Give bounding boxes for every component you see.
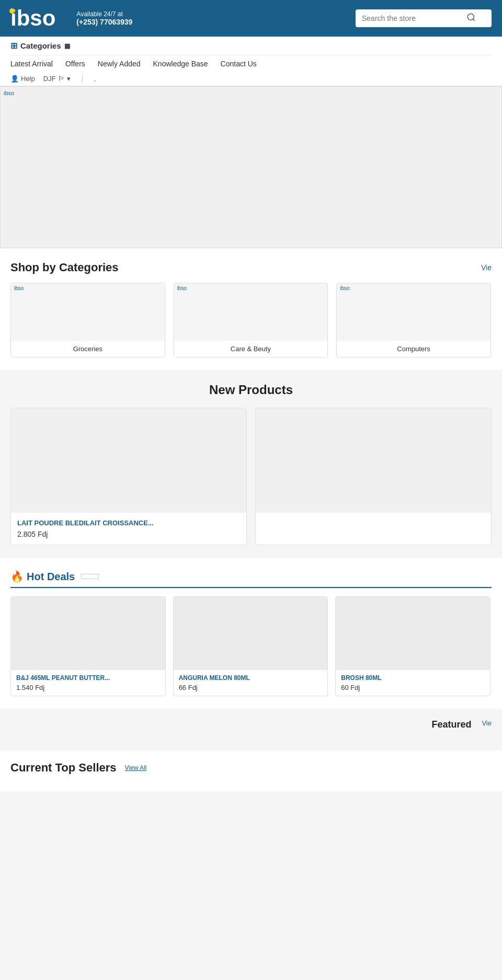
featured-view-all[interactable]: Vie xyxy=(482,719,492,727)
contact-info: Available 24/7 at (+253) 77063939 xyxy=(76,10,132,26)
top-sellers-section: Current Top Sellers View All xyxy=(0,751,502,791)
deal-info-0: B&J 465ML PEANUT BUTTER... 1.540 Fdj xyxy=(11,670,165,696)
search-bar[interactable] xyxy=(356,9,492,27)
nav-latest-arrival[interactable]: Latest Arrival xyxy=(10,60,53,68)
featured-label: Featured xyxy=(431,719,471,730)
shop-categories-section: Shop by Categories Vie ibso Groceries ib… xyxy=(0,248,502,370)
product-name-0: LAIT POUDRE BLEDILAIT CROISSANCE... xyxy=(17,519,240,527)
products-scroll: LAIT POUDRE BLEDILAIT CROISSANCE... 2.80… xyxy=(10,408,492,545)
header-right xyxy=(356,9,492,27)
hot-deals-section: 🔥 Hot Deals B&J 465ML PEANUT BUTTER... 1… xyxy=(0,558,502,709)
category-card-care-beauty[interactable]: ibso Care & Beuty xyxy=(174,283,328,358)
nav-contact-us[interactable]: Contact Us xyxy=(221,60,257,68)
person-icon: 👤 xyxy=(10,75,19,83)
categories-grid: ibso Groceries ibso Care & Beuty ibso Co… xyxy=(10,283,492,358)
featured-section: Featured Vie xyxy=(0,709,502,751)
logo[interactable]: ibso xyxy=(10,7,55,29)
fire-icon: 🔥 xyxy=(10,570,24,583)
product-info-0: LAIT POUDRE BLEDILAIT CROISSANCE... 2.80… xyxy=(11,513,246,545)
hero-banner: ibso xyxy=(0,86,502,248)
hot-deals-tab[interactable] xyxy=(81,574,99,579)
deal-card-0[interactable]: B&J 465ML PEANUT BUTTER... 1.540 Fdj xyxy=(10,596,166,696)
site-header: ibso Available 24/7 at (+253) 77063939 xyxy=(0,0,502,37)
deal-name-1: ANGURIA MELON 80ML xyxy=(179,674,323,682)
deal-img-2 xyxy=(336,597,490,670)
nav-offers[interactable]: Offers xyxy=(65,60,85,68)
product-price-0: 2.805 Fdj xyxy=(17,530,240,538)
deal-price-2: 60 Fdj xyxy=(341,684,485,691)
nav-newly-added[interactable]: Newly Added xyxy=(98,60,141,68)
nav-links: Latest Arrival Offers Newly Added Knowle… xyxy=(10,55,492,72)
nav-knowledge-base[interactable]: Knowledge Base xyxy=(153,60,208,68)
svg-point-0 xyxy=(467,14,474,20)
top-sellers-header: Current Top Sellers View All xyxy=(10,761,492,775)
shop-categories-title: Shop by Categories xyxy=(10,261,119,274)
deal-name-2: BROSH 80ML xyxy=(341,674,485,682)
product-card-0[interactable]: LAIT POUDRE BLEDILAIT CROISSANCE... 2.80… xyxy=(10,408,247,545)
category-img-computers: ibso xyxy=(337,283,490,341)
separator: , xyxy=(94,75,96,83)
logo-area: ibso xyxy=(10,7,55,29)
categories-button[interactable]: ⊞ Categories ▦ xyxy=(10,41,70,51)
deals-grid: B&J 465ML PEANUT BUTTER... 1.540 Fdj ANG… xyxy=(10,596,492,696)
product-img-0 xyxy=(11,408,246,513)
category-label-care-beauty: Care & Beuty xyxy=(174,341,328,357)
search-input[interactable] xyxy=(362,14,466,22)
shop-categories-header: Shop by Categories Vie xyxy=(10,261,492,274)
hero-ibso-label: ibso xyxy=(4,90,14,96)
categories-arrow: ▦ xyxy=(64,42,70,50)
navigation: ⊞ Categories ▦ Latest Arrival Offers New… xyxy=(0,37,502,86)
deal-name-0: B&J 465ML PEANUT BUTTER... xyxy=(16,674,160,682)
flag-icon: 🏳 xyxy=(58,75,65,83)
category-img-care-beauty: ibso xyxy=(174,283,328,341)
category-card-computers[interactable]: ibso Computers xyxy=(336,283,491,358)
deal-img-0 xyxy=(11,597,165,670)
svg-line-1 xyxy=(473,19,474,20)
deal-card-1[interactable]: ANGURIA MELON 80ML 66 Fdj xyxy=(173,596,328,696)
new-products-section: New Products LAIT POUDRE BLEDILAIT CROIS… xyxy=(0,370,502,558)
category-img-groceries: ibso xyxy=(11,283,165,341)
grid-icon: ⊞ xyxy=(10,41,17,51)
hot-deals-title: 🔥 Hot Deals xyxy=(10,570,75,583)
top-sellers-view-all[interactable]: View All xyxy=(125,764,147,771)
new-products-title: New Products xyxy=(10,383,492,397)
category-label-groceries: Groceries xyxy=(11,341,165,357)
deal-card-2[interactable]: BROSH 80ML 60 Fdj xyxy=(335,596,490,696)
currency-selector[interactable]: DJF 🏳 ▾ xyxy=(43,75,71,83)
category-label-computers: Computers xyxy=(337,341,490,357)
navbar-bottom: 👤 Help DJF 🏳 ▾ , xyxy=(10,72,492,86)
deal-price-0: 1.540 Fdj xyxy=(16,684,160,691)
categories-view-all[interactable]: Vie xyxy=(481,263,492,272)
chevron-down-icon: ▾ xyxy=(67,75,71,83)
help-link[interactable]: 👤 Help xyxy=(10,75,35,83)
divider xyxy=(82,74,83,83)
navbar-top: ⊞ Categories ▦ xyxy=(10,37,492,55)
category-card-groceries[interactable]: ibso Groceries xyxy=(10,283,165,358)
product-img-placeholder xyxy=(256,408,491,513)
product-card-placeholder xyxy=(255,408,492,545)
top-sellers-title: Current Top Sellers xyxy=(10,761,117,775)
hot-deals-header: 🔥 Hot Deals xyxy=(10,570,492,588)
search-icon xyxy=(466,13,476,24)
deal-info-1: ANGURIA MELON 80ML 66 Fdj xyxy=(174,670,328,696)
deal-img-1 xyxy=(174,597,328,670)
deal-info-2: BROSH 80ML 60 Fdj xyxy=(336,670,490,696)
deal-price-1: 66 Fdj xyxy=(179,684,323,691)
